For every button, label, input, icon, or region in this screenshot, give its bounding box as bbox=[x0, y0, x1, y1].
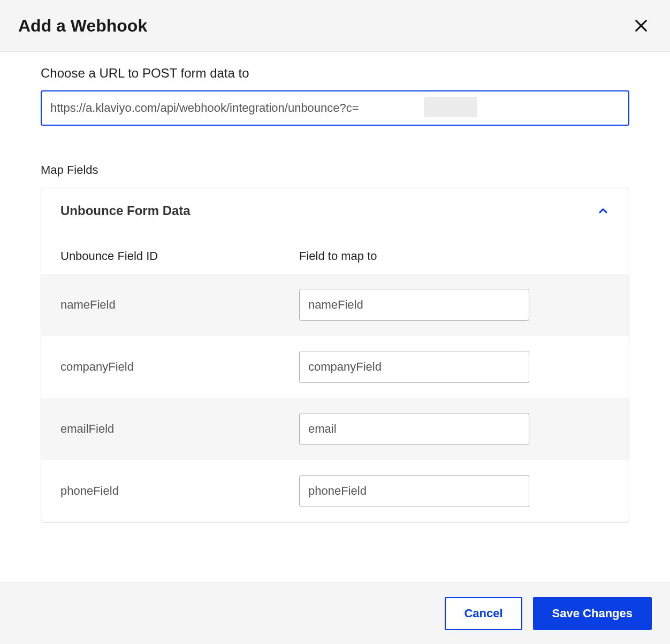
map-input-email[interactable] bbox=[299, 413, 529, 445]
map-input-phone[interactable] bbox=[299, 475, 529, 507]
cancel-button[interactable]: Cancel bbox=[445, 597, 522, 630]
map-input-company[interactable] bbox=[299, 351, 529, 383]
map-fields-label: Map Fields bbox=[41, 163, 629, 177]
close-icon bbox=[634, 18, 649, 33]
chevron-up-icon bbox=[597, 204, 610, 217]
map-fields-panel: Unbounce Form Data Unbounce Field ID Fie… bbox=[41, 188, 629, 523]
save-button[interactable]: Save Changes bbox=[533, 597, 652, 630]
table-row: emailField bbox=[41, 398, 629, 460]
field-id-label: phoneField bbox=[52, 484, 291, 498]
field-id-label: companyField bbox=[52, 360, 291, 374]
column-header-unbounce-id: Unbounce Field ID bbox=[52, 249, 291, 263]
column-headers: Unbounce Field ID Field to map to bbox=[41, 228, 629, 274]
table-row: nameField bbox=[41, 274, 629, 336]
close-button[interactable] bbox=[630, 15, 652, 36]
table-row: companyField bbox=[41, 336, 629, 398]
redacted-mask bbox=[424, 97, 477, 117]
dialog-header: Add a Webhook bbox=[0, 0, 670, 52]
table-row: phoneField bbox=[41, 460, 629, 522]
dialog-body: Choose a URL to POST form data to Map Fi… bbox=[0, 52, 670, 577]
url-section-label: Choose a URL to POST form data to bbox=[41, 66, 629, 81]
panel-header[interactable]: Unbounce Form Data bbox=[41, 188, 629, 228]
field-id-label: emailField bbox=[52, 422, 291, 436]
map-input-name[interactable] bbox=[299, 289, 529, 321]
dialog-footer: Cancel Save Changes bbox=[0, 582, 670, 644]
column-header-field-map: Field to map to bbox=[291, 249, 618, 263]
url-input-wrap bbox=[41, 90, 629, 126]
dialog-title: Add a Webhook bbox=[18, 16, 147, 36]
field-id-label: nameField bbox=[52, 298, 291, 312]
webhook-url-input[interactable] bbox=[41, 90, 629, 126]
panel-title: Unbounce Form Data bbox=[60, 203, 191, 218]
